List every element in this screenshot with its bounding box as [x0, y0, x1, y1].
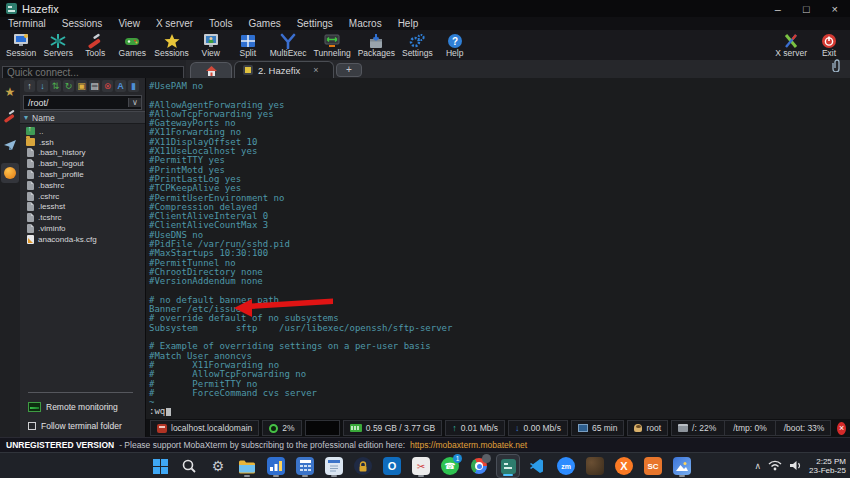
name-column-header[interactable]: ▾ Name	[20, 111, 145, 124]
taskbar-mobaxterm[interactable]	[496, 454, 520, 478]
sidebar-tab-sftp[interactable]	[1, 163, 19, 183]
xserver-button[interactable]: X server	[775, 33, 807, 58]
monitor-app-icon	[267, 457, 285, 475]
speaker-icon[interactable]	[789, 457, 802, 475]
taskbar-chrome[interactable]	[467, 454, 491, 478]
exit-button[interactable]: Exit	[814, 33, 844, 58]
taskbar-photos[interactable]	[670, 454, 694, 478]
disk-icon	[678, 424, 688, 432]
help-button[interactable]: ? Help	[440, 33, 470, 58]
new-file-icon[interactable]: ▤	[89, 80, 100, 92]
taskbar-snipping-tool[interactable]: ✂	[409, 454, 433, 478]
new-tab-button[interactable]: +	[336, 63, 362, 77]
rename-icon[interactable]: A	[115, 80, 126, 92]
menu-settings[interactable]: Settings	[297, 18, 333, 29]
settings-button[interactable]: Settings	[402, 33, 433, 58]
taskbar-secure-app[interactable]	[351, 454, 375, 478]
packages-button[interactable]: Packages	[358, 33, 395, 58]
taskbar-sc-app[interactable]: SC	[641, 454, 665, 478]
vscode-icon	[529, 458, 545, 474]
file-row[interactable]: .cshrc	[26, 191, 145, 202]
file-row[interactable]: .ssh	[26, 137, 145, 148]
divider	[724, 421, 725, 435]
menu-help[interactable]: Help	[398, 18, 419, 29]
menu-tools[interactable]: Tools	[209, 18, 232, 29]
taskbar-game[interactable]	[583, 454, 607, 478]
multiexec-button[interactable]: MultiExec	[270, 33, 307, 58]
tab-close-icon[interactable]: ×	[313, 65, 318, 75]
taskbar-notepad[interactable]	[322, 454, 346, 478]
game-icon	[586, 457, 604, 475]
start-button[interactable]	[148, 454, 172, 478]
taskbar-whatsapp[interactable]: ☎1	[438, 454, 462, 478]
split-button[interactable]: Split	[233, 33, 263, 58]
xserver-x-icon	[782, 33, 800, 49]
sidebar-tab-macros[interactable]	[1, 136, 19, 156]
path-dropdown[interactable]: /root/ ∨	[23, 95, 142, 110]
taskbar-calculator[interactable]	[293, 454, 317, 478]
file-row[interactable]: anaconda-ks.cfg	[26, 234, 145, 245]
tunneling-button[interactable]: Tunneling	[314, 33, 351, 58]
attach-paperclip-icon[interactable]	[832, 58, 842, 76]
footer-link[interactable]: https://mobaxterm.mobatek.net	[410, 440, 527, 450]
running-indicator	[418, 475, 424, 477]
tray-chevron-up-icon[interactable]: ∧	[754, 461, 761, 471]
file-row[interactable]: .tcshrc	[26, 212, 145, 223]
session-button[interactable]: Session	[6, 33, 36, 58]
open-terminal-icon[interactable]: ▮	[128, 80, 139, 92]
menu-xserver[interactable]: X server	[156, 18, 193, 29]
sync-icon[interactable]: ⇅	[50, 80, 61, 92]
view-button[interactable]: View	[196, 33, 226, 58]
terminal[interactable]: #UsePAM no #AllowAgentForwarding yes #Al…	[145, 78, 850, 419]
servers-button[interactable]: Servers	[43, 33, 73, 58]
menu-terminal[interactable]: Terminal	[8, 18, 46, 29]
file-row[interactable]: .bash_history	[26, 148, 145, 159]
taskbar-vscode[interactable]	[525, 454, 549, 478]
new-folder-icon[interactable]: ▣	[76, 80, 87, 92]
ram-icon	[350, 424, 362, 432]
taskbar-xampp[interactable]: X	[612, 454, 636, 478]
remote-monitoring-button[interactable]: Remote monitoring	[28, 399, 141, 414]
file-row[interactable]: ..	[26, 126, 145, 137]
running-indicator	[244, 475, 250, 477]
tools-button[interactable]: Tools	[80, 33, 110, 58]
taskbar-outlook[interactable]: O	[380, 454, 404, 478]
taskbar-search[interactable]	[177, 454, 201, 478]
close-button[interactable]: ×	[832, 3, 838, 15]
games-button[interactable]: Games	[117, 33, 147, 58]
refresh-icon[interactable]: ↻	[63, 80, 74, 92]
file-row[interactable]: .bashrc	[26, 180, 145, 191]
sidebar-tab-tools[interactable]	[1, 109, 19, 129]
tab-hazefix[interactable]: 2. Hazefix ×	[234, 61, 334, 78]
file-row[interactable]: .bash_profile	[26, 169, 145, 180]
sftp-file-panel: ↑ ↓ ⇅ ↻ ▣ ▤ ⊗ A ▮ /root/ ∨	[20, 78, 145, 437]
maximize-button[interactable]: □	[803, 3, 810, 15]
menu-view[interactable]: View	[118, 18, 140, 29]
delete-icon[interactable]: ⊗	[102, 80, 113, 92]
file-row[interactable]: .viminfo	[26, 223, 145, 234]
cpu-segment: 2%	[262, 420, 301, 436]
taskbar-zoom[interactable]: zm	[554, 454, 578, 478]
taskbar-system-monitor[interactable]	[264, 454, 288, 478]
follow-terminal-folder-checkbox[interactable]	[28, 422, 36, 430]
upload-icon[interactable]: ↑	[24, 80, 35, 92]
notepad-icon	[325, 457, 343, 475]
footer-message: - Please support MobaXterm by subscribin…	[119, 440, 405, 450]
tab-bar: 2. Hazefix × +	[186, 60, 850, 78]
sidebar-tab-sessions[interactable]: ★	[1, 82, 19, 102]
taskbar-clock[interactable]: 2:25 PM 23-Feb-25	[809, 457, 846, 475]
file-row[interactable]: .lesshst	[26, 202, 145, 213]
home-tab[interactable]	[190, 62, 232, 78]
menu-macros[interactable]: Macros	[349, 18, 382, 29]
minimize-button[interactable]: –	[775, 3, 781, 15]
chevron-down-icon[interactable]: ∨	[128, 98, 141, 107]
file-row[interactable]: .bash_logout	[26, 158, 145, 169]
menu-sessions[interactable]: Sessions	[62, 18, 103, 29]
menu-games[interactable]: Games	[248, 18, 280, 29]
wifi-icon[interactable]	[768, 457, 782, 475]
taskbar-settings[interactable]: ⚙	[206, 454, 230, 478]
taskbar-file-explorer[interactable]	[235, 454, 259, 478]
close-terminal-button[interactable]: ×	[837, 422, 846, 435]
download-icon[interactable]: ↓	[37, 80, 48, 92]
sessions-button[interactable]: Sessions	[154, 33, 189, 58]
